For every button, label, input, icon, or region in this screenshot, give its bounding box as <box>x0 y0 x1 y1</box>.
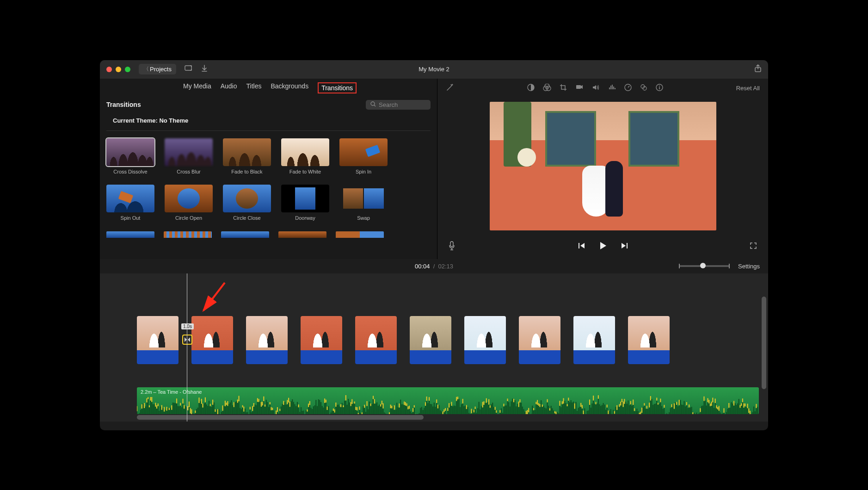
transition-cross-blur[interactable]: Cross Blur <box>165 138 213 174</box>
svg-rect-7 <box>576 85 581 89</box>
video-clip[interactable] <box>573 316 615 364</box>
transition-doorway[interactable]: Doorway <box>281 185 329 221</box>
next-frame-button[interactable] <box>620 242 628 252</box>
reset-all-button[interactable]: Reset All <box>736 85 760 92</box>
play-button[interactable] <box>599 241 607 253</box>
playback-controls <box>437 235 768 259</box>
video-clip[interactable] <box>410 316 451 364</box>
download-icon[interactable] <box>201 65 208 74</box>
filters-icon[interactable] <box>640 84 647 93</box>
tab-titles[interactable]: Titles <box>246 82 262 93</box>
preview-frame <box>490 102 716 230</box>
project-title: My Movie 2 <box>419 66 449 73</box>
speed-icon[interactable] <box>624 84 632 93</box>
search-placeholder: Search <box>379 101 398 108</box>
horizontal-scrollbar[interactable] <box>137 415 424 420</box>
video-clip[interactable] <box>464 316 506 364</box>
transition-fade-to-white[interactable]: Fade to White <box>281 138 329 174</box>
svg-rect-13 <box>450 242 453 247</box>
stabilization-icon[interactable] <box>575 84 584 93</box>
transition-circle-open[interactable]: Circle Open <box>165 185 213 221</box>
video-clip[interactable] <box>137 316 179 364</box>
chevron-left-icon: 〈 <box>143 65 149 73</box>
close-icon[interactable] <box>106 67 112 72</box>
timecode: 00:04 / 02:13 <box>415 263 453 270</box>
transition-swap[interactable]: Swap <box>339 185 388 221</box>
titlebar: 〈 Projects My Movie 2 <box>100 60 768 79</box>
share-icon[interactable] <box>754 64 762 74</box>
zoom-icon[interactable] <box>125 67 130 72</box>
voiceover-mic-icon[interactable] <box>449 241 455 253</box>
svg-point-2 <box>371 102 375 105</box>
info-icon[interactable] <box>656 84 663 93</box>
search-icon <box>370 101 376 108</box>
video-clip[interactable] <box>628 316 670 364</box>
video-clip[interactable] <box>355 316 397 364</box>
back-label: Projects <box>150 66 172 73</box>
timeline-header: 00:04 / 02:13 Settings <box>100 259 768 273</box>
video-clip[interactable] <box>301 316 342 364</box>
enhance-wand-icon[interactable] <box>446 83 454 93</box>
browser-section-title: Transitions <box>106 101 141 108</box>
timeline[interactable]: 1.0s 2.2m – Tea Time - Ofshane <box>100 273 768 422</box>
transition-fade-to-black[interactable]: Fade to Black <box>223 138 271 174</box>
app-window: 〈 Projects My Movie 2 My Media Audio Tit… <box>100 60 768 430</box>
search-input[interactable]: Search <box>366 100 431 110</box>
window-controls <box>106 67 130 72</box>
transition-spin-out[interactable]: Spin Out <box>106 185 154 221</box>
back-to-projects-button[interactable]: 〈 Projects <box>139 64 176 74</box>
transition-marker[interactable] <box>182 335 192 345</box>
transition-duration-badge: 1.0s <box>181 323 194 329</box>
audio-clip-label: 2.2m – Tea Time - Ofshane <box>141 389 202 395</box>
transition-spin-in[interactable]: Spin In <box>339 138 388 174</box>
preview-canvas[interactable] <box>437 98 768 235</box>
fullscreen-icon[interactable] <box>750 242 757 251</box>
audio-clip[interactable]: 2.2m – Tea Time - Ofshane <box>137 387 759 414</box>
browser-tabs: My Media Audio Titles Backgrounds Transi… <box>100 79 437 97</box>
zoom-slider[interactable] <box>679 265 730 267</box>
preview-viewer: Reset All <box>437 79 768 259</box>
svg-point-12 <box>659 86 660 87</box>
prev-frame-button[interactable] <box>578 242 586 252</box>
volume-icon[interactable] <box>592 84 600 93</box>
crop-icon[interactable] <box>560 84 567 93</box>
transitions-grid: Cross Dissolve Cross Blur Fade to Black … <box>100 131 437 228</box>
annotation-arrow <box>197 280 229 317</box>
zoom-thumb[interactable] <box>700 263 706 268</box>
svg-rect-0 <box>185 66 191 70</box>
current-theme-label: Current Theme: No Theme <box>106 114 431 131</box>
video-track <box>137 316 759 364</box>
playhead[interactable] <box>187 273 187 422</box>
tab-transitions[interactable]: Transitions <box>318 82 357 93</box>
timeline-settings-button[interactable]: Settings <box>738 263 760 270</box>
tab-backgrounds[interactable]: Backgrounds <box>271 82 308 93</box>
import-media-icon[interactable] <box>185 65 193 74</box>
color-balance-icon[interactable] <box>527 84 535 93</box>
tab-audio[interactable]: Audio <box>221 82 237 93</box>
transition-cross-dissolve[interactable]: Cross Dissolve <box>106 138 154 174</box>
media-browser: My Media Audio Titles Backgrounds Transi… <box>100 79 437 259</box>
video-clip[interactable] <box>191 316 233 364</box>
transition-circle-close[interactable]: Circle Close <box>223 185 271 221</box>
minimize-icon[interactable] <box>116 67 121 72</box>
color-correction-icon[interactable] <box>543 84 551 93</box>
tab-my-media[interactable]: My Media <box>183 82 211 93</box>
viewer-toolbar: Reset All <box>437 79 768 98</box>
video-clip[interactable] <box>519 316 560 364</box>
noise-reduction-icon[interactable] <box>609 84 616 93</box>
vertical-scrollbar[interactable] <box>762 297 766 389</box>
video-clip[interactable] <box>246 316 288 364</box>
